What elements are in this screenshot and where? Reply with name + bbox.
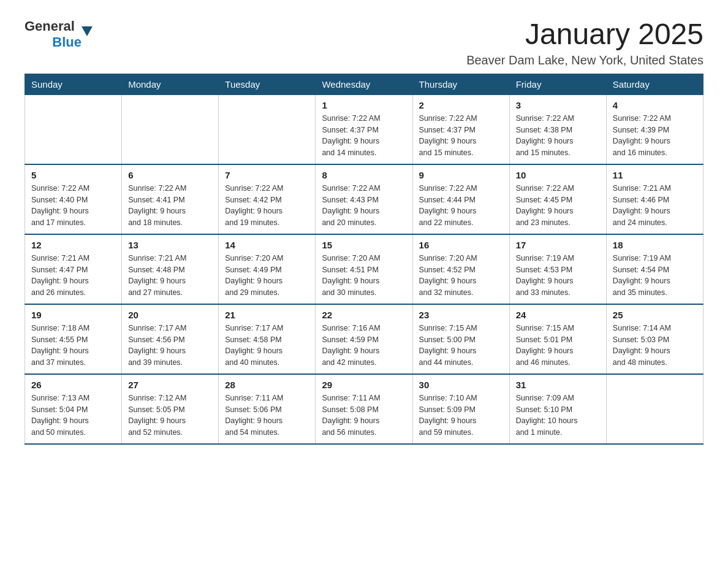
calendar-day-cell: 23Sunrise: 7:15 AMSunset: 5:00 PMDayligh… [412, 304, 509, 374]
day-info: Sunrise: 7:14 AMSunset: 5:03 PMDaylight:… [613, 323, 697, 369]
svg-marker-0 [82, 26, 93, 36]
day-number: 25 [613, 310, 697, 320]
day-number: 12 [31, 240, 115, 250]
calendar-day-cell: 13Sunrise: 7:21 AMSunset: 4:48 PMDayligh… [122, 234, 219, 304]
day-number: 11 [613, 170, 697, 180]
calendar-header-row: SundayMondayTuesdayWednesdayThursdayFrid… [25, 74, 703, 94]
day-number: 17 [516, 240, 600, 250]
calendar-day-cell: 24Sunrise: 7:15 AMSunset: 5:01 PMDayligh… [509, 304, 606, 374]
calendar-day-cell: 12Sunrise: 7:21 AMSunset: 4:47 PMDayligh… [25, 234, 122, 304]
day-number: 15 [322, 240, 406, 250]
day-info: Sunrise: 7:22 AMSunset: 4:37 PMDaylight:… [419, 113, 503, 159]
calendar-day-cell: 10Sunrise: 7:22 AMSunset: 4:45 PMDayligh… [509, 164, 606, 234]
calendar-day-cell: 1Sunrise: 7:22 AMSunset: 4:37 PMDaylight… [316, 94, 412, 164]
calendar-week-row: 5Sunrise: 7:22 AMSunset: 4:40 PMDaylight… [25, 164, 703, 234]
day-number: 21 [225, 310, 309, 320]
day-number: 14 [225, 240, 309, 250]
calendar-header-cell: Thursday [412, 74, 509, 94]
day-number: 30 [419, 380, 503, 390]
day-number: 24 [516, 310, 600, 320]
day-number: 31 [516, 380, 600, 390]
calendar-week-row: 19Sunrise: 7:18 AMSunset: 4:55 PMDayligh… [25, 304, 703, 374]
calendar-header-cell: Tuesday [219, 74, 316, 94]
calendar-day-cell: 2Sunrise: 7:22 AMSunset: 4:37 PMDaylight… [412, 94, 509, 164]
calendar-day-cell: 11Sunrise: 7:21 AMSunset: 4:46 PMDayligh… [606, 164, 703, 234]
day-info: Sunrise: 7:22 AMSunset: 4:41 PMDaylight:… [128, 183, 212, 229]
calendar-day-cell [219, 94, 316, 164]
calendar-day-cell: 3Sunrise: 7:22 AMSunset: 4:38 PMDaylight… [509, 94, 606, 164]
day-info: Sunrise: 7:21 AMSunset: 4:46 PMDaylight:… [613, 183, 697, 229]
calendar-day-cell: 5Sunrise: 7:22 AMSunset: 4:40 PMDaylight… [25, 164, 122, 234]
day-number: 2 [419, 100, 503, 110]
calendar-day-cell: 31Sunrise: 7:09 AMSunset: 5:10 PMDayligh… [509, 374, 606, 444]
day-info: Sunrise: 7:19 AMSunset: 4:54 PMDaylight:… [613, 253, 697, 299]
day-info: Sunrise: 7:22 AMSunset: 4:37 PMDaylight:… [322, 113, 406, 159]
calendar-day-cell: 16Sunrise: 7:20 AMSunset: 4:52 PMDayligh… [412, 234, 509, 304]
calendar-day-cell [25, 94, 122, 164]
calendar-week-row: 26Sunrise: 7:13 AMSunset: 5:04 PMDayligh… [25, 374, 703, 444]
day-info: Sunrise: 7:11 AMSunset: 5:08 PMDaylight:… [322, 393, 406, 439]
day-info: Sunrise: 7:15 AMSunset: 5:01 PMDaylight:… [516, 323, 600, 369]
day-number: 16 [419, 240, 503, 250]
day-number: 9 [419, 170, 503, 180]
day-number: 13 [128, 240, 212, 250]
day-info: Sunrise: 7:09 AMSunset: 5:10 PMDaylight:… [516, 393, 600, 439]
day-number: 22 [322, 310, 406, 320]
day-number: 4 [613, 100, 697, 110]
calendar-day-cell [606, 374, 703, 444]
calendar-day-cell: 30Sunrise: 7:10 AMSunset: 5:09 PMDayligh… [412, 374, 509, 444]
logo-arrow-icon [82, 26, 93, 36]
day-info: Sunrise: 7:22 AMSunset: 4:44 PMDaylight:… [419, 183, 503, 229]
day-info: Sunrise: 7:19 AMSunset: 4:53 PMDaylight:… [516, 253, 600, 299]
day-number: 28 [225, 380, 309, 390]
day-info: Sunrise: 7:20 AMSunset: 4:49 PMDaylight:… [225, 253, 309, 299]
calendar-header-cell: Friday [509, 74, 606, 94]
day-number: 23 [419, 310, 503, 320]
calendar-header-cell: Wednesday [316, 74, 412, 94]
day-number: 1 [322, 100, 406, 110]
logo-blue-text: Blue [52, 34, 82, 50]
day-info: Sunrise: 7:20 AMSunset: 4:52 PMDaylight:… [419, 253, 503, 299]
day-number: 3 [516, 100, 600, 110]
day-info: Sunrise: 7:21 AMSunset: 4:48 PMDaylight:… [128, 253, 212, 299]
day-number: 10 [516, 170, 600, 180]
day-info: Sunrise: 7:15 AMSunset: 5:00 PMDaylight:… [419, 323, 503, 369]
calendar-day-cell: 26Sunrise: 7:13 AMSunset: 5:04 PMDayligh… [25, 374, 122, 444]
day-number: 20 [128, 310, 212, 320]
calendar-day-cell: 29Sunrise: 7:11 AMSunset: 5:08 PMDayligh… [316, 374, 412, 444]
day-info: Sunrise: 7:22 AMSunset: 4:42 PMDaylight:… [225, 183, 309, 229]
day-info: Sunrise: 7:20 AMSunset: 4:51 PMDaylight:… [322, 253, 406, 299]
calendar-day-cell: 14Sunrise: 7:20 AMSunset: 4:49 PMDayligh… [219, 234, 316, 304]
calendar-day-cell: 20Sunrise: 7:17 AMSunset: 4:56 PMDayligh… [122, 304, 219, 374]
calendar-day-cell: 21Sunrise: 7:17 AMSunset: 4:58 PMDayligh… [219, 304, 316, 374]
calendar-day-cell: 4Sunrise: 7:22 AMSunset: 4:39 PMDaylight… [606, 94, 703, 164]
calendar-day-cell: 9Sunrise: 7:22 AMSunset: 4:44 PMDaylight… [412, 164, 509, 234]
calendar-day-cell: 8Sunrise: 7:22 AMSunset: 4:43 PMDaylight… [316, 164, 412, 234]
day-info: Sunrise: 7:11 AMSunset: 5:06 PMDaylight:… [225, 393, 309, 439]
day-info: Sunrise: 7:12 AMSunset: 5:05 PMDaylight:… [128, 393, 212, 439]
title-area: January 2025 Beaver Dam Lake, New York, … [466, 18, 703, 67]
day-info: Sunrise: 7:18 AMSunset: 4:55 PMDaylight:… [31, 323, 115, 369]
day-info: Sunrise: 7:13 AMSunset: 5:04 PMDaylight:… [31, 393, 115, 439]
day-info: Sunrise: 7:16 AMSunset: 4:59 PMDaylight:… [322, 323, 406, 369]
day-info: Sunrise: 7:22 AMSunset: 4:45 PMDaylight:… [516, 183, 600, 229]
day-number: 29 [322, 380, 406, 390]
calendar-day-cell: 22Sunrise: 7:16 AMSunset: 4:59 PMDayligh… [316, 304, 412, 374]
day-number: 19 [31, 310, 115, 320]
day-info: Sunrise: 7:22 AMSunset: 4:43 PMDaylight:… [322, 183, 406, 229]
calendar-day-cell [122, 94, 219, 164]
calendar-day-cell: 19Sunrise: 7:18 AMSunset: 4:55 PMDayligh… [25, 304, 122, 374]
calendar-day-cell: 25Sunrise: 7:14 AMSunset: 5:03 PMDayligh… [606, 304, 703, 374]
day-number: 6 [128, 170, 212, 180]
day-info: Sunrise: 7:10 AMSunset: 5:09 PMDaylight:… [419, 393, 503, 439]
calendar-header-cell: Monday [122, 74, 219, 94]
day-number: 7 [225, 170, 309, 180]
calendar-day-cell: 6Sunrise: 7:22 AMSunset: 4:41 PMDaylight… [122, 164, 219, 234]
day-number: 26 [31, 380, 115, 390]
calendar-day-cell: 27Sunrise: 7:12 AMSunset: 5:05 PMDayligh… [122, 374, 219, 444]
day-number: 5 [31, 170, 115, 180]
day-number: 18 [613, 240, 697, 250]
calendar-day-cell: 15Sunrise: 7:20 AMSunset: 4:51 PMDayligh… [316, 234, 412, 304]
logo-general-text: General [25, 18, 75, 34]
day-info: Sunrise: 7:21 AMSunset: 4:47 PMDaylight:… [31, 253, 115, 299]
